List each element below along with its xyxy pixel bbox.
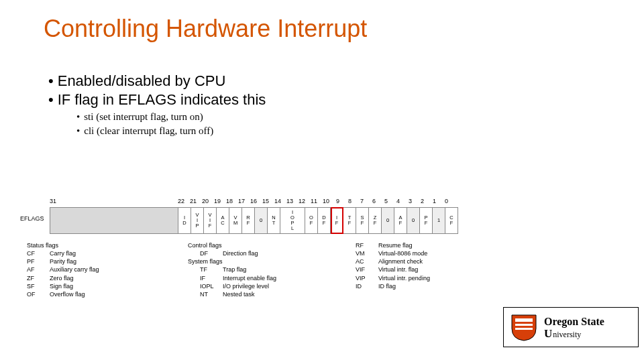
abbr: IF [200,274,223,282]
desc: I/O privilege level [223,282,269,290]
bit-num: 22 [178,198,184,204]
abbr: AF [27,265,50,274]
control-system-col: Control flags DFDirection flag System fl… [188,241,356,298]
bullet-list: •Enabled/disabled by CPU •IF flag in EFL… [48,72,266,137]
bullet-text: cli (clear interrupt flag, turn off) [84,125,213,136]
logo-line1: Oregon State [544,316,604,327]
right-flags-col: RFResume flag VMVirtual-8086 mode ACAlig… [356,241,490,298]
bit-numbers: 31 22 21 20 19 18 17 16 15 14 13 12 11 1… [21,198,458,207]
legend-heading: Status flags [27,241,188,249]
shield-icon [508,312,540,343]
bullet-item: •Enabled/disabled by CPU [48,72,266,90]
desc: Parity flag [50,257,76,265]
abbr: VM [356,249,378,257]
bit-nt: NT [268,207,280,234]
abbr: CF [27,249,50,257]
bit-sf: SF [356,207,369,234]
bit-if-highlighted: IF [331,207,343,234]
abbr: ID [356,282,378,290]
abbr: RF [356,241,378,249]
bit-num: 12 [299,198,305,204]
bit-zero: 0 [407,207,420,234]
abbr: OF [27,290,50,298]
desc: Virtual intr. flag [378,265,418,274]
desc: ID flag [378,282,396,290]
register-row: EFLAGS ID VIP VIF AC VM RF 0 NT IOPL OF … [21,207,458,234]
eflags-diagram: 31 22 21 20 19 18 17 16 15 14 13 12 11 1… [21,198,458,234]
bit-num: 18 [226,198,233,204]
desc: Zero flag [50,274,74,282]
desc: Nested task [223,290,255,298]
bullet-item: •IF flag in EFLAGS indicates this [48,91,266,109]
bullet-text: Enabled/disabled by CPU [58,72,226,89]
reserved-bits [50,207,178,234]
abbr: IOPL [200,282,223,290]
bit-id: ID [178,207,191,234]
bit-vm: VM [229,207,242,234]
bit-num: 21 [190,198,197,204]
slide-title: Controlling Hardware Interrupt [44,15,367,43]
desc: Virtual-8086 mode [378,249,427,257]
bit-num: 8 [348,198,352,204]
bit-num: 19 [214,198,221,204]
legend-heading: System flags [188,257,356,265]
bit-num: 7 [360,198,364,204]
bit-num: 14 [274,198,281,204]
bit-iopl: IOPL [280,207,305,234]
bit-num: 2 [421,198,424,204]
bit-num: 9 [336,198,339,204]
desc: Direction flag [223,249,258,257]
bit-tf: TF [343,207,356,234]
bit-cells: ID VIP VIF AC VM RF 0 NT IOPL OF DF IF T… [178,207,458,234]
logo-u: U [544,327,552,340]
desc: Resume flag [378,241,413,249]
abbr: AC [356,257,378,265]
bit-zf: ZF [369,207,382,234]
bit-num: 1 [433,198,436,204]
bit-one: 1 [433,207,445,234]
flag-legend: Status flags CFCarry flag PFParity flag … [27,241,490,298]
logo-text: Oregon State University [544,316,604,339]
bit-of: OF [305,207,318,234]
desc: Sign flag [50,282,73,290]
abbr: TF [200,265,223,274]
bit-num: 3 [409,198,412,204]
bit-num: 4 [396,198,400,204]
desc: Auxiliary carry flag [50,265,99,274]
desc: Carry flag [50,249,76,257]
bit-num: 20 [202,198,209,204]
legend-heading: Control flags [188,241,356,249]
svg-rect-1 [515,324,533,326]
bit-zero: 0 [255,207,268,234]
bit-num: 5 [384,198,388,204]
osu-logo: Oregon State University [503,307,639,347]
logo-line2: niversity [553,330,581,339]
bit-num: 15 [262,198,269,204]
sub-bullet-item: •cli (clear interrupt flag, turn off) [76,125,266,137]
bit-pf: PF [420,207,433,234]
abbr: PF [27,257,50,265]
desc: Interrupt enable flag [223,274,276,282]
bit-zero: 0 [382,207,394,234]
bit-num: 13 [286,198,293,204]
abbr: VIP [356,274,378,282]
bit-num: 0 [445,198,448,204]
bullet-text: sti (set interrupt flag, turn on) [84,111,203,122]
bullet-text: IF flag in EFLAGS indicates this [58,91,266,108]
bit-ac: AC [217,207,229,234]
bit-cf: CF [445,207,458,234]
abbr: NT [200,290,223,298]
bit-num: 11 [311,198,317,204]
abbr: SF [27,282,50,290]
desc: Virtual intr. pending [378,274,430,282]
bit-vif: VIF [204,207,217,234]
bit-af: AF [394,207,407,234]
abbr: ZF [27,274,50,282]
bit-num: 16 [250,198,257,204]
bit-num: 6 [372,198,376,204]
abbr: DF [200,249,223,257]
sub-bullet-item: •sti (set interrupt flag, turn on) [76,111,266,123]
svg-rect-2 [515,328,533,330]
abbr: VIF [356,265,378,274]
eflags-label: EFLAGS [20,215,44,222]
